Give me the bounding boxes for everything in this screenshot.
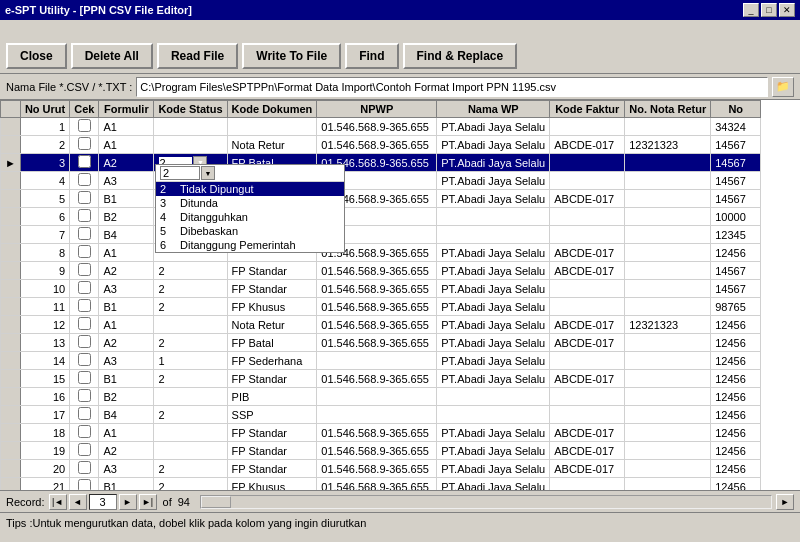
cek-checkbox[interactable] xyxy=(78,353,91,366)
cek-checkbox[interactable] xyxy=(78,371,91,384)
cell-kode-status[interactable] xyxy=(154,118,227,136)
cell-cek[interactable] xyxy=(70,388,99,406)
cell-cek[interactable] xyxy=(70,136,99,154)
row-indicator xyxy=(1,208,21,226)
cek-checkbox[interactable] xyxy=(78,137,91,150)
cell-kode-status[interactable]: 2 xyxy=(154,370,227,388)
cell-kode-status[interactable] xyxy=(154,316,227,334)
cek-checkbox[interactable] xyxy=(78,335,91,348)
cek-checkbox[interactable] xyxy=(78,317,91,330)
cell-no: 12456 xyxy=(711,352,761,370)
cell-cek[interactable] xyxy=(70,334,99,352)
cek-checkbox[interactable] xyxy=(78,479,91,490)
cell-cek[interactable] xyxy=(70,406,99,424)
col-kode-status[interactable]: Kode Status xyxy=(154,101,227,118)
cell-kode-status[interactable] xyxy=(154,136,227,154)
cell-no-urut: 19 xyxy=(20,442,69,460)
cell-cek[interactable] xyxy=(70,460,99,478)
col-npwp[interactable]: NPWP xyxy=(317,101,437,118)
cek-checkbox[interactable] xyxy=(78,461,91,474)
col-no[interactable]: No xyxy=(711,101,761,118)
read-file-button[interactable]: Read File xyxy=(157,43,238,69)
cell-kode-status[interactable]: 2 xyxy=(154,406,227,424)
cell-cek[interactable] xyxy=(70,208,99,226)
next-record-button[interactable]: ► xyxy=(119,494,137,510)
row-indicator xyxy=(1,406,21,424)
cell-cek[interactable] xyxy=(70,352,99,370)
cell-cek[interactable] xyxy=(70,244,99,262)
delete-all-button[interactable]: Delete All xyxy=(71,43,153,69)
cek-checkbox[interactable] xyxy=(78,245,91,258)
cell-cek[interactable] xyxy=(70,478,99,491)
cell-kode-status[interactable]: 2 xyxy=(154,298,227,316)
file-path-input[interactable] xyxy=(136,77,768,97)
browse-button[interactable]: 📁 xyxy=(772,77,794,97)
cek-checkbox[interactable] xyxy=(78,173,91,186)
cell-cek[interactable] xyxy=(70,190,99,208)
cek-checkbox[interactable] xyxy=(78,263,91,276)
col-nama-wp[interactable]: Nama WP xyxy=(437,101,550,118)
col-formulir[interactable]: Formulir xyxy=(99,101,154,118)
cell-cek[interactable] xyxy=(70,226,99,244)
first-record-button[interactable]: |◄ xyxy=(49,494,67,510)
cell-cek[interactable] xyxy=(70,280,99,298)
scroll-right-button[interactable]: ► xyxy=(776,494,794,510)
prev-record-button[interactable]: ◄ xyxy=(69,494,87,510)
cell-cek[interactable] xyxy=(70,424,99,442)
cek-checkbox[interactable] xyxy=(78,299,91,312)
scrollbar-thumb[interactable] xyxy=(201,496,231,508)
dropdown-edit-input[interactable] xyxy=(160,166,200,180)
cell-kode-status[interactable]: 2 xyxy=(154,280,227,298)
col-kode-dokumen[interactable]: Kode Dokumen xyxy=(227,101,317,118)
cek-checkbox[interactable] xyxy=(78,119,91,132)
dropdown-item[interactable]: 2Tidak Dipungut xyxy=(156,182,344,196)
maximize-button[interactable]: □ xyxy=(761,3,777,17)
record-number-input[interactable] xyxy=(89,494,117,510)
close-window-button[interactable]: ✕ xyxy=(779,3,795,17)
dropdown-item[interactable]: 3Ditunda xyxy=(156,196,344,210)
dropdown-item[interactable]: 6Ditanggung Pemerintah xyxy=(156,238,344,252)
cell-npwp: 01.546.568.9-365.655 xyxy=(317,478,437,491)
cek-checkbox[interactable] xyxy=(78,155,91,168)
cell-kode-status[interactable]: 2 xyxy=(154,478,227,491)
cell-cek[interactable] xyxy=(70,316,99,334)
cell-cek[interactable] xyxy=(70,154,99,172)
cell-no: 12456 xyxy=(711,388,761,406)
cek-checkbox[interactable] xyxy=(78,227,91,240)
dropdown-arrow[interactable]: ▼ xyxy=(201,166,215,180)
cell-kode-status[interactable] xyxy=(154,424,227,442)
cek-checkbox[interactable] xyxy=(78,389,91,402)
cek-checkbox[interactable] xyxy=(78,443,91,456)
find-replace-button[interactable]: Find & Replace xyxy=(403,43,518,69)
last-record-button[interactable]: ►| xyxy=(139,494,157,510)
cell-kode-status[interactable] xyxy=(154,388,227,406)
cell-kode-status[interactable] xyxy=(154,442,227,460)
cell-kode-status[interactable]: 1 xyxy=(154,352,227,370)
cell-cek[interactable] xyxy=(70,298,99,316)
cell-cek[interactable] xyxy=(70,442,99,460)
cek-checkbox[interactable] xyxy=(78,425,91,438)
cell-cek[interactable] xyxy=(70,370,99,388)
col-no-urut[interactable]: No Urut xyxy=(20,101,69,118)
cell-kode-status[interactable]: 2 xyxy=(154,460,227,478)
dropdown-item[interactable]: 5Dibebaskan xyxy=(156,224,344,238)
col-nota-retur[interactable]: No. Nota Retur xyxy=(625,101,711,118)
write-to-file-button[interactable]: Write To File xyxy=(242,43,341,69)
col-kode-faktur[interactable]: Kode Faktur xyxy=(550,101,625,118)
find-button[interactable]: Find xyxy=(345,43,398,69)
cell-cek[interactable] xyxy=(70,118,99,136)
minimize-button[interactable]: _ xyxy=(743,3,759,17)
cek-checkbox[interactable] xyxy=(78,407,91,420)
cek-checkbox[interactable] xyxy=(78,191,91,204)
cell-cek[interactable] xyxy=(70,262,99,280)
dropdown-item[interactable]: 4Ditangguhkan xyxy=(156,210,344,224)
scrollbar-track[interactable] xyxy=(200,495,772,509)
close-button[interactable]: Close xyxy=(6,43,67,69)
cek-checkbox[interactable] xyxy=(78,281,91,294)
cell-kode-status[interactable]: 2 xyxy=(154,334,227,352)
cek-checkbox[interactable] xyxy=(78,209,91,222)
cell-cek[interactable] xyxy=(70,172,99,190)
kode-status-dropdown[interactable]: ▼ 2Tidak Dipungut3Ditunda4Ditangguhkan5D… xyxy=(155,164,345,253)
col-cek[interactable]: Cek xyxy=(70,101,99,118)
cell-kode-status[interactable]: 2 xyxy=(154,262,227,280)
